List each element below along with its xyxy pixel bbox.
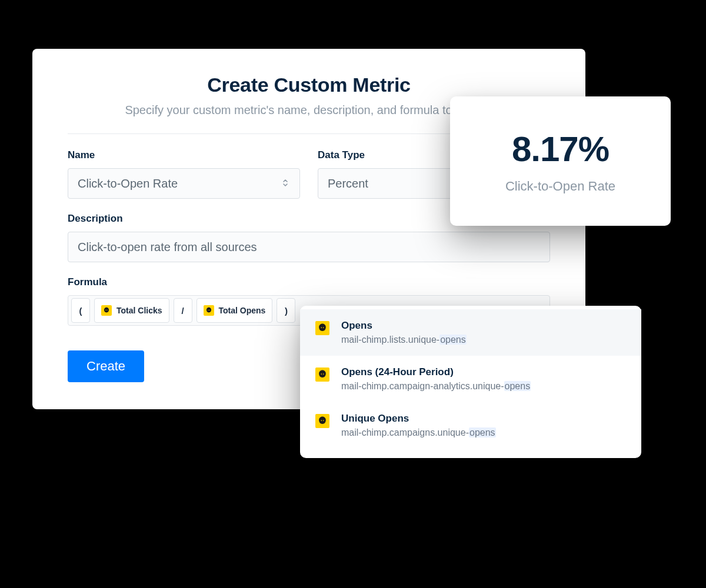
stat-value: 8.17% (512, 129, 609, 169)
datatype-input-value: Percent (328, 177, 368, 191)
mailchimp-icon (204, 305, 214, 316)
mailchimp-icon (101, 305, 112, 316)
description-input[interactable]: Click-to-open rate from all sources (68, 232, 550, 262)
mailchimp-icon (315, 368, 329, 382)
suggestion-subtitle: mail-chimp.lists.unique-opens (341, 335, 626, 345)
formula-chip-divide[interactable]: / (174, 298, 192, 323)
field-name: Name Click-to-Open Rate (68, 149, 300, 199)
suggestion-title: Opens (24-Hour Period) (341, 366, 626, 378)
name-input-value: Click-to-Open Rate (78, 177, 178, 191)
mailchimp-icon (315, 321, 329, 335)
name-label: Name (68, 149, 300, 161)
suggestion-title: Unique Opens (341, 413, 626, 425)
suggestion-subtitle: mail-chimp.campaigns.unique-opens (341, 427, 626, 438)
suggestion-item[interactable]: Unique Opens mail-chimp.campaigns.unique… (300, 402, 641, 449)
description-input-value: Click-to-open rate from all sources (78, 240, 257, 254)
suggestion-subtitle: mail-chimp.campaign-analytics.unique-ope… (341, 381, 626, 392)
name-input[interactable]: Click-to-Open Rate (68, 168, 300, 199)
suggestion-item[interactable]: Opens mail-chimp.lists.unique-opens (300, 309, 641, 356)
create-button[interactable]: Create (68, 350, 144, 382)
formula-label: Formula (68, 276, 550, 288)
formula-chip-total-opens[interactable]: Total Opens (197, 298, 273, 323)
stepper-icon (281, 177, 290, 191)
suggestion-item[interactable]: Opens (24-Hour Period) mail-chimp.campai… (300, 356, 641, 402)
stat-card: 8.17% Click-to-Open Rate (450, 96, 671, 226)
mailchimp-icon (315, 414, 329, 428)
suggestions-dropdown: Opens mail-chimp.lists.unique-opens Open… (300, 306, 641, 458)
formula-chip-total-clicks[interactable]: Total Clicks (94, 298, 169, 323)
page-title: Create Custom Metric (68, 74, 550, 96)
stat-label: Click-to-Open Rate (505, 179, 615, 194)
suggestion-title: Opens (341, 320, 626, 332)
formula-chip-close-paren[interactable]: ) (277, 298, 295, 323)
formula-chip-open-paren[interactable]: ( (71, 298, 90, 323)
